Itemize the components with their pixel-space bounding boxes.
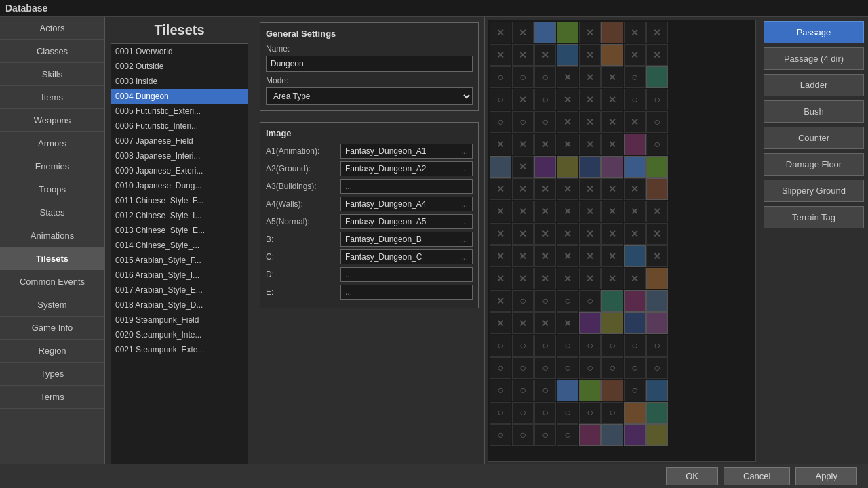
tile-cell-92[interactable]: ✕ [579, 268, 601, 289]
sidebar-item-skills[interactable]: Skills [0, 63, 104, 86]
tile-cell-28[interactable]: ✕ [579, 89, 601, 110]
sidebar-item-items[interactable]: Items [0, 86, 104, 109]
tile-cell-31[interactable]: ○ [646, 89, 668, 110]
image-value-d[interactable]: ... [340, 267, 473, 282]
tile-cell-123[interactable]: ○ [557, 357, 578, 379]
tile-cell-1[interactable]: ✕ [512, 22, 534, 43]
tile-cell-80[interactable]: ✕ [490, 245, 511, 267]
tile-cell-91[interactable]: ✕ [557, 268, 578, 289]
tile-cell-19[interactable]: ✕ [557, 66, 578, 88]
tile-cell-12[interactable]: ✕ [579, 44, 601, 66]
tile-cell-68[interactable]: ✕ [579, 201, 601, 222]
tileset-item-0018[interactable]: 0018 Arabian_Style_D... [111, 298, 248, 312]
tile-cell-115[interactable]: ○ [557, 335, 578, 357]
tile-cell-55[interactable] [646, 156, 668, 178]
tile-cell-29[interactable]: ✕ [601, 89, 623, 110]
tile-cell-48[interactable] [490, 156, 511, 178]
tile-cell-93[interactable]: ✕ [601, 268, 623, 289]
tile-cell-102[interactable] [624, 290, 646, 312]
tileset-item-0008[interactable]: 0008 Japanese_Interi... [111, 148, 248, 163]
tile-cell-79[interactable]: ✕ [646, 223, 668, 245]
tile-cell-53[interactable] [601, 156, 623, 178]
tile-cell-103[interactable] [646, 290, 668, 312]
tile-cell-72[interactable]: ✕ [490, 223, 511, 245]
tile-cell-15[interactable]: ✕ [646, 44, 668, 66]
image-value-a2[interactable]: Fantasy_Dungeon_A2 ... [340, 161, 473, 176]
tile-cell-16[interactable]: ○ [490, 66, 511, 88]
image-value-a5[interactable]: Fantasy_Dungeon_A5 ... [340, 214, 473, 229]
tile-cell-88[interactable]: ✕ [490, 268, 511, 289]
tile-cell-99[interactable]: ○ [557, 290, 578, 312]
sidebar-item-region[interactable]: Region [0, 340, 104, 363]
tile-cell-101[interactable] [601, 290, 623, 312]
tile-cell-42[interactable]: ✕ [534, 134, 556, 155]
tile-cell-61[interactable]: ✕ [601, 178, 623, 200]
mode-select[interactable]: Area Type World Map [266, 87, 473, 105]
tile-cell-108[interactable] [579, 312, 601, 334]
tileset-item-0009[interactable]: 0009 Japanese_Exteri... [111, 163, 248, 178]
tile-cell-83[interactable]: ✕ [557, 245, 578, 267]
tile-cell-18[interactable]: ○ [534, 66, 556, 88]
sidebar-item-common-events[interactable]: Common Events [0, 270, 104, 293]
tile-cell-43[interactable]: ✕ [557, 134, 578, 155]
image-value-a3[interactable]: ... [340, 179, 473, 194]
bottom-btn-apply[interactable]: Apply [795, 467, 857, 485]
tile-cell-44[interactable]: ✕ [579, 134, 601, 155]
sidebar-item-armors[interactable]: Armors [0, 132, 104, 155]
tileset-item-0017[interactable]: 0017 Arabian_Style_E... [111, 283, 248, 298]
tile-cell-37[interactable]: ✕ [601, 111, 623, 133]
tile-cell-4[interactable]: ✕ [579, 22, 601, 43]
tile-cell-147[interactable]: ○ [557, 424, 578, 446]
tileset-item-0006[interactable]: 0006 Futuristic_Interi... [111, 119, 248, 134]
tile-cell-22[interactable]: ○ [624, 66, 646, 88]
tile-cell-27[interactable]: ✕ [557, 89, 578, 110]
tile-cell-126[interactable]: ○ [624, 357, 646, 379]
tile-cell-117[interactable]: ○ [601, 335, 623, 357]
sidebar-item-system[interactable]: System [0, 293, 104, 317]
tile-cell-118[interactable]: ○ [624, 335, 646, 357]
tile-cell-95[interactable] [646, 268, 668, 289]
tile-cell-100[interactable]: ○ [579, 290, 601, 312]
tile-cell-94[interactable]: ✕ [624, 268, 646, 289]
tile-cell-59[interactable]: ✕ [557, 178, 578, 200]
tile-cell-129[interactable]: ○ [512, 380, 534, 401]
tileset-item-0010[interactable]: 0010 Japanese_Dung... [111, 178, 248, 193]
sidebar-item-actors[interactable]: Actors [0, 17, 104, 40]
tile-cell-26[interactable]: ○ [534, 89, 556, 110]
passage-btn-terrain-tag[interactable]: Terrain Tag [764, 206, 864, 228]
passage-btn-bush[interactable]: Bush [764, 100, 864, 123]
tile-cell-111[interactable] [646, 312, 668, 334]
image-value-c[interactable]: Fantasy_Dungeon_C ... [340, 249, 473, 264]
tileset-item-0002[interactable]: 0002 Outside [111, 59, 248, 74]
tile-cell-60[interactable]: ✕ [579, 178, 601, 200]
tile-cell-122[interactable]: ○ [534, 357, 556, 379]
tile-cell-98[interactable]: ○ [534, 290, 556, 312]
tile-cell-5[interactable] [601, 22, 623, 43]
tile-cell-74[interactable]: ✕ [534, 223, 556, 245]
tile-cell-47[interactable]: ○ [646, 134, 668, 155]
sidebar-item-game-info[interactable]: Game Info [0, 317, 104, 340]
tile-cell-106[interactable]: ✕ [534, 312, 556, 334]
sidebar-item-troops[interactable]: Troops [0, 178, 104, 201]
passage-btn-passage4dir[interactable]: Passage (4 dir) [764, 47, 864, 70]
tile-cell-112[interactable]: ○ [490, 335, 511, 357]
tile-cell-151[interactable] [646, 424, 668, 446]
tile-cell-134[interactable]: ○ [624, 380, 646, 401]
tile-cell-70[interactable]: ✕ [624, 201, 646, 222]
image-value-b[interactable]: Fantasy_Dungeon_B ... [340, 232, 473, 247]
tile-cell-38[interactable]: ✕ [624, 111, 646, 133]
tile-cell-11[interactable] [557, 44, 578, 66]
tile-cell-32[interactable]: ○ [490, 111, 511, 133]
tile-cell-56[interactable]: ✕ [490, 178, 511, 200]
tile-cell-138[interactable]: ○ [534, 402, 556, 424]
tileset-item-0013[interactable]: 0013 Chinese_Style_E... [111, 223, 248, 238]
tile-cell-46[interactable] [624, 134, 646, 155]
tile-cell-71[interactable]: ✕ [646, 201, 668, 222]
tileset-item-0020[interactable]: 0020 Steampunk_Inte... [111, 327, 248, 342]
tile-cell-86[interactable] [624, 245, 646, 267]
tile-cell-57[interactable]: ✕ [512, 178, 534, 200]
bottom-btn-cancel[interactable]: Cancel [724, 467, 790, 485]
tile-cell-20[interactable]: ✕ [579, 66, 601, 88]
tile-cell-78[interactable]: ✕ [624, 223, 646, 245]
passage-btn-counter[interactable]: Counter [764, 127, 864, 149]
